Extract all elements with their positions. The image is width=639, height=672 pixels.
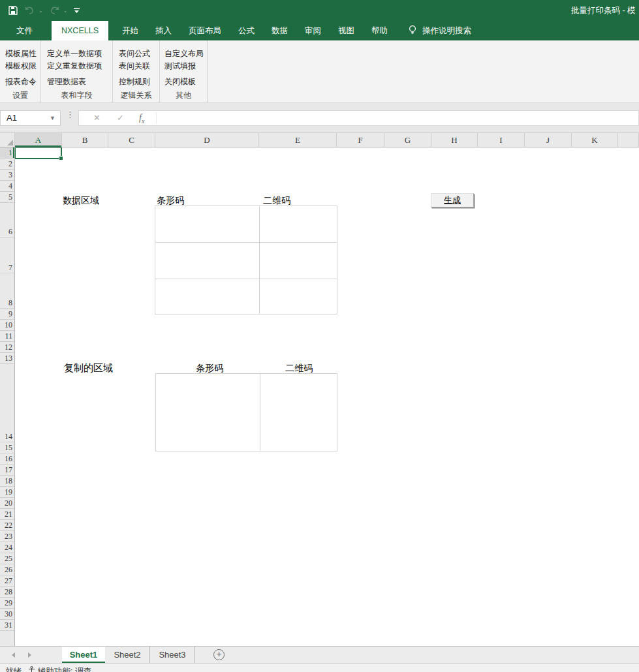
- next-sheet-icon[interactable]: [28, 652, 31, 658]
- cancel-icon[interactable]: ✕: [93, 111, 101, 125]
- column-header-C[interactable]: C: [108, 133, 155, 147]
- define-single-item-button[interactable]: 定义单一数据项: [47, 48, 102, 58]
- sheet-tab-sheet1[interactable]: Sheet1: [62, 647, 105, 663]
- row-header-14[interactable]: 14: [0, 364, 14, 442]
- row-header-27[interactable]: 27: [0, 575, 14, 587]
- custom-layout-button[interactable]: 自定义布局: [164, 48, 204, 58]
- status-bar: 就绪 辅助功能: 调查: [0, 663, 639, 672]
- close-template-button[interactable]: 关闭模板: [164, 76, 196, 86]
- row-header-11[interactable]: 11: [0, 331, 14, 342]
- formula-input[interactable]: [157, 111, 637, 125]
- define-repeat-item-button[interactable]: 定义重复数据项: [47, 61, 102, 70]
- row-header-25[interactable]: 25: [0, 553, 14, 564]
- tab-home[interactable]: 开始: [114, 21, 147, 40]
- save-icon[interactable]: [8, 5, 18, 16]
- row-header-4[interactable]: 4: [0, 181, 14, 192]
- accessibility-status[interactable]: 辅助功能: 调查: [28, 666, 91, 672]
- prev-sheet-icon[interactable]: [12, 652, 15, 658]
- row-header-5[interactable]: 5: [0, 192, 14, 203]
- ribbon-group-logic: 表间公式 表间关联 控制规则 逻辑关系: [113, 40, 160, 102]
- sheet-tab-sheet3[interactable]: Sheet3: [150, 647, 195, 663]
- row-header-19[interactable]: 19: [0, 487, 14, 498]
- tab-file[interactable]: 文件: [5, 21, 44, 40]
- tab-insert[interactable]: 插入: [147, 21, 180, 40]
- row-header-29[interactable]: 29: [0, 598, 14, 609]
- manage-data-table-button[interactable]: 管理数据表: [47, 76, 86, 86]
- row-header-15[interactable]: 15: [0, 442, 14, 453]
- report-command-button[interactable]: 报表命令: [5, 76, 37, 86]
- row-header-12[interactable]: 12: [0, 342, 14, 353]
- row-header-22[interactable]: 22: [0, 520, 14, 531]
- group-label-settings: 设置: [0, 90, 40, 101]
- column-header-E[interactable]: E: [259, 133, 337, 147]
- tab-formulas[interactable]: 公式: [230, 21, 263, 40]
- row-header-13[interactable]: 13: [0, 353, 14, 364]
- row-header-20[interactable]: 20: [0, 498, 14, 509]
- row-header-1[interactable]: 1: [0, 147, 14, 159]
- column-header-H[interactable]: H: [431, 133, 478, 147]
- fill-handle[interactable]: [59, 156, 63, 160]
- column-headers: ABCDEFGHIJK: [15, 133, 639, 147]
- undo-dropdown-icon[interactable]: ⌄: [39, 8, 43, 14]
- row-header-24[interactable]: 24: [0, 542, 14, 553]
- row-header-30[interactable]: 30: [0, 609, 14, 620]
- redo-dropdown-icon[interactable]: ⌄: [63, 8, 68, 14]
- tell-me-search[interactable]: 操作说明搜索: [408, 21, 471, 40]
- row-header-23[interactable]: 23: [0, 531, 14, 542]
- enter-icon[interactable]: ✓: [117, 111, 124, 125]
- row-header-17[interactable]: 17: [0, 465, 14, 476]
- redo-icon[interactable]: [49, 6, 60, 15]
- row-header-18[interactable]: 18: [0, 476, 14, 487]
- ribbon-group-other: 自定义布局 测试填报 关闭模板 其他: [160, 40, 208, 102]
- generate-button[interactable]: 生成: [431, 193, 474, 207]
- sheet-tab-sheet2[interactable]: Sheet2: [105, 647, 150, 663]
- undo-icon[interactable]: [24, 6, 35, 15]
- row-header-28[interactable]: 28: [0, 587, 14, 598]
- row-header-6[interactable]: 6: [0, 203, 14, 237]
- copy-area-label[interactable]: 复制的区域: [64, 362, 113, 374]
- column-header-G[interactable]: G: [384, 133, 431, 147]
- select-all-button[interactable]: [0, 133, 15, 147]
- inter-table-link-button[interactable]: 表间关联: [119, 61, 150, 70]
- name-box-dropdown-icon[interactable]: ▼: [50, 111, 55, 125]
- row-header-8[interactable]: 8: [0, 273, 14, 309]
- row-header-16[interactable]: 16: [0, 453, 14, 465]
- customize-qat-icon[interactable]: [73, 7, 80, 14]
- tab-nxcells[interactable]: NXCELLS: [52, 21, 108, 40]
- column-header-B[interactable]: B: [62, 133, 108, 147]
- formula-bar-row: A1 ▼ ⋮ ✕ ✓ fx: [0, 103, 639, 133]
- inter-table-formula-button[interactable]: 表间公式: [119, 48, 150, 58]
- column-header-J[interactable]: J: [525, 133, 572, 147]
- column-header-partial[interactable]: [618, 133, 639, 147]
- control-rules-button[interactable]: 控制规则: [119, 76, 150, 86]
- column-header-I[interactable]: I: [478, 133, 525, 147]
- name-box[interactable]: A1 ▼: [0, 110, 61, 126]
- tab-data[interactable]: 数据: [263, 21, 296, 40]
- column-header-A[interactable]: A: [15, 133, 62, 147]
- row-header-26[interactable]: 26: [0, 564, 14, 575]
- row-header-9[interactable]: 9: [0, 309, 14, 320]
- column-header-D[interactable]: D: [155, 133, 259, 147]
- row-header-31[interactable]: 31: [0, 620, 14, 631]
- tab-view[interactable]: 视图: [330, 21, 363, 40]
- template-properties-button[interactable]: 模板属性: [5, 48, 37, 58]
- row-header-2[interactable]: 2: [0, 159, 14, 170]
- row-header-3[interactable]: 3: [0, 170, 14, 181]
- data-area-label[interactable]: 数据区域: [63, 195, 99, 207]
- row-header-10[interactable]: 10: [0, 320, 14, 331]
- row-header-7[interactable]: 7: [0, 237, 14, 273]
- template-permissions-button[interactable]: 模板权限: [5, 61, 37, 70]
- new-sheet-icon[interactable]: +: [213, 649, 225, 660]
- row-header-21[interactable]: 21: [0, 509, 14, 520]
- test-fill-button[interactable]: 测试填报: [164, 61, 196, 70]
- column-header-K[interactable]: K: [572, 133, 618, 147]
- name-box-value: A1: [7, 113, 17, 123]
- insert-function-icon[interactable]: fx: [139, 111, 144, 125]
- tab-review[interactable]: 审阅: [296, 21, 330, 40]
- tab-help[interactable]: 帮助: [363, 21, 396, 40]
- selected-cell-a1[interactable]: [15, 147, 62, 159]
- column-header-F[interactable]: F: [337, 133, 384, 147]
- tab-page-layout[interactable]: 页面布局: [180, 21, 230, 40]
- quick-access-toolbar: ⌄ ⌄: [8, 3, 80, 18]
- sheet-canvas[interactable]: 数据区域 条形码 二维码 生成 复制的区域 条形码 二维码: [15, 147, 639, 646]
